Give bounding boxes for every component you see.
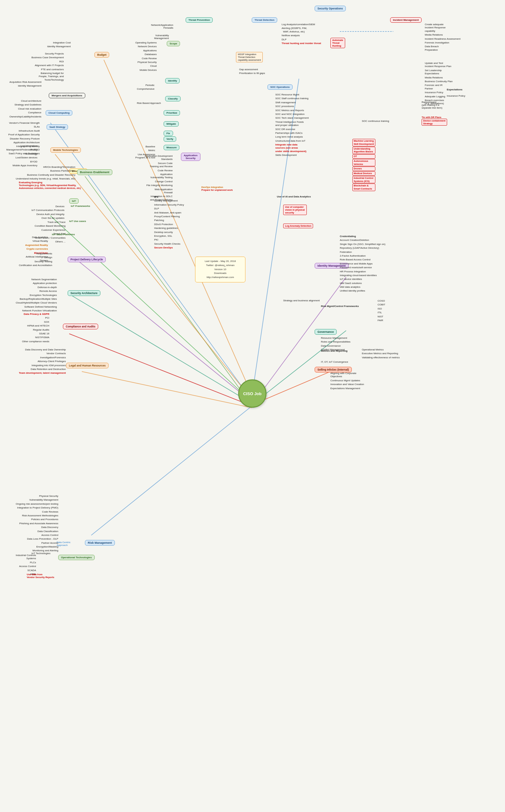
leaf-partnerships-isacs: Partnerships with ISACs xyxy=(275,131,309,135)
vendor-reports-text: Use data fromVendor Security Reports xyxy=(27,573,54,579)
leaf-security-health: Security Health Checks xyxy=(154,242,184,246)
legal-list: Data Discovery and Data Ownership Vendor… xyxy=(19,348,66,375)
leaf-baseline: Baseline xyxy=(135,145,155,149)
identify-node: Identify xyxy=(165,78,180,84)
leaf-requirements: Requirements xyxy=(19,252,52,256)
leaf-update-test: Update and TestIncident Response Plan xyxy=(425,61,453,69)
business-enablement-node: Business Enablement xyxy=(77,169,112,175)
leaf-backup-replication: Backup/Replication/Multiple Sites xyxy=(16,297,57,301)
leaf-understand-trends: Understand industry trends (e.g. retail,… xyxy=(16,177,75,181)
sec-arch-list: Network Segmentation Application protect… xyxy=(16,278,57,313)
vulnerability-mgmt-node: VulnerabilityManagement xyxy=(154,34,169,40)
leaf-encryption: Encryption, SSL xyxy=(154,234,184,238)
project-delivery-label: Project Delivery Lifecycle xyxy=(68,257,106,262)
budget-label: Budget xyxy=(95,52,109,57)
leaf-integration-cost: Integration Cost xyxy=(47,41,71,45)
leaf-threat-intel: Threat Intelligence Feedsand proper util… xyxy=(275,120,309,128)
leaf-data-discovery: Data Discovery and Data Ownership xyxy=(19,348,66,352)
leaf-operating-systems: Operating Systems xyxy=(135,41,157,45)
operational-tech-node: Operational Technologies xyxy=(58,555,95,560)
soc-cont-training-text: SOC continuous training xyxy=(362,120,389,123)
project-delivery-node: Project Delivery Lifecycle xyxy=(68,257,106,262)
leaf-vuln-mgmt-rm: Vulnerability Management xyxy=(16,498,58,502)
leaf-slas: SLAs xyxy=(6,125,40,129)
leaf-data-classification: Data Classification xyxy=(16,530,58,533)
budget-items2: Security Projects Business Case Developm… xyxy=(31,52,64,82)
frameworks-list: COSO COBIT ISO ITIL NIST FAIR xyxy=(377,299,385,322)
risk-list-top: Physical Security Vulnerability Manageme… xyxy=(16,494,58,553)
network-firewalls-text: Network/ApplicationFirewalls xyxy=(151,24,173,29)
leaf-certification: Certification and Accreditation xyxy=(19,264,52,267)
leaf-soc-tech: SOC Tech stack management xyxy=(275,116,309,120)
mobile-list: Log Integration Policy Technology Lost/S… xyxy=(13,144,37,167)
threat-prevention-node: Threat Prevention xyxy=(186,17,213,23)
leaf-virtual-reality: Virtual Reality xyxy=(25,239,48,243)
log-anomaly-text: Log Anomaly Detection xyxy=(283,224,313,228)
leaf-longterm-trend: Long term trend analysis xyxy=(275,135,309,139)
mergers-list: Acquisition Risk Assessment Identity Man… xyxy=(9,80,41,88)
risk-mgmt-frameworks-label: Risk Mgmt/Control Frameworks xyxy=(321,305,359,308)
leaf-algo-biases: UnderstandingAlgorithm Biases xyxy=(352,147,375,154)
mergers-items: Acquisition Risk Assessment Identity Man… xyxy=(9,80,41,88)
governance-node: Governance xyxy=(315,329,337,335)
leaf-create-adequate: Create adequateIncident Responsecapabili… xyxy=(425,23,460,33)
leaf-incident-readiness: Incident Readiness Assessment xyxy=(425,37,460,41)
svg-line-6 xyxy=(91,406,252,535)
leaf-ips: IPS xyxy=(154,195,184,199)
tie-dr-text: Tie with DR Plans xyxy=(422,116,447,119)
classify-label: Classify xyxy=(165,96,181,101)
leaf-soc-procedures: SOC procedures xyxy=(275,105,309,108)
leaf-track-trace: Track and Trace xyxy=(35,221,65,224)
leaf-data-analytics: Data Analytics xyxy=(25,236,48,239)
risk-mgmt-frameworks-node: Risk Mgmt/Control Frameworks xyxy=(321,305,359,308)
iot-label: IoT xyxy=(69,198,79,204)
leaf-app-dev-standards: Application DevelopmentStandards xyxy=(145,154,173,161)
iot-use-cases-label: IoT Use cases xyxy=(69,220,86,223)
leaf-cloud: Cloud xyxy=(135,64,157,68)
leaf-crypto: Crypto currencies xyxy=(25,247,48,251)
leaf-pki: PKI xyxy=(154,238,184,242)
budget-node: Budget xyxy=(95,52,109,57)
legal-items: Data Discovery and Data Ownership Vendor… xyxy=(19,348,66,375)
leaf-physical-security: Physical Security xyxy=(135,60,157,64)
business-enablement-label: Business Enablement xyxy=(77,169,112,175)
leaf-forensic: Forensic Investigation xyxy=(425,41,460,45)
leaf-account-creation: Account Creation/Deletion xyxy=(340,238,385,242)
leaf-threat-hunting: Threat hunting and insider threat xyxy=(282,41,321,45)
leaf-proxy: Proxy/Content Filtering xyxy=(154,215,184,219)
leaf-soc-dr: SOC DR exercise xyxy=(275,128,309,131)
project-list: Requirements Design Security Testing Cer… xyxy=(19,252,52,268)
leaf-patching: Patching xyxy=(154,219,184,222)
legal-hr-label: Legal and Human Resources xyxy=(66,363,109,368)
operational-tech-label: Operational Technologies xyxy=(58,555,95,560)
governance-label: Governance xyxy=(315,329,337,335)
classify-items: Risk Based Approach xyxy=(137,101,161,105)
leaf-ota-updates: Over the Air updates xyxy=(31,216,64,220)
leaf-network-devices: Network Devices xyxy=(135,45,157,48)
computer-vision-text: Use of computervision in physicalsecurit… xyxy=(283,205,307,215)
leaf-gap-assessment: Gap assessment xyxy=(239,68,265,72)
leaf-media-rel: Media Relations xyxy=(425,76,453,80)
selling-items: Aligning with CorporateObjectives Contin… xyxy=(330,372,364,390)
classify-list: Risk Based Approach xyxy=(137,101,161,105)
compliance-label: Compliance and Audits xyxy=(63,324,98,329)
mitigate-label: Mitigate xyxy=(164,121,179,127)
saas-strategy-node: SaaS Strategy xyxy=(46,124,68,130)
leaf-secure-devops: Secure DevOps xyxy=(154,246,184,250)
leaf-code-review2: Code Review xyxy=(145,169,173,172)
iot-saas-label: IoT SaaS Platforms xyxy=(52,233,75,236)
leaf-prioritization: Prioritization to fill gaps xyxy=(239,72,265,75)
svg-line-10 xyxy=(50,216,247,397)
iot-use-cases-node: IoT Use cases xyxy=(69,220,86,223)
leaf-password-reset: Password resets/self-service xyxy=(340,266,385,270)
mobile-tech-node: Mobile Technologies xyxy=(50,147,81,153)
leaf-devices: Devices xyxy=(31,205,64,209)
leaf-condition-monitoring: Condition Based Monitoring xyxy=(35,224,65,228)
leaf-fte: FTE and contractors xyxy=(31,68,64,72)
svg-line-13 xyxy=(82,372,252,408)
ips-section: IPS Identity Management Information Secu… xyxy=(154,195,184,250)
expectations-text: Expectations xyxy=(447,88,463,91)
fix-label: Fix xyxy=(164,131,173,136)
security-operations-node: Security Operations xyxy=(315,6,346,11)
leaf-sdn: Software Defined Networking xyxy=(16,305,57,309)
